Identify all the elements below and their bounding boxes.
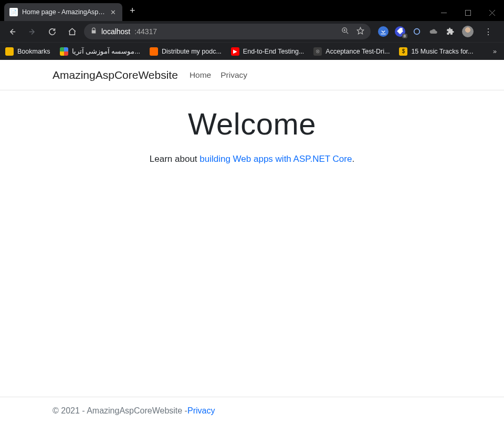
url-port: :44317 xyxy=(134,27,157,36)
bookmark-icon: ⊗ xyxy=(313,47,322,56)
bookmark-label: 15 Music Tracks for... xyxy=(411,48,473,55)
bookmark-icon xyxy=(5,47,14,56)
bookmark-label: موسسه آموزشی آتریا... xyxy=(72,47,140,55)
bookmark-label: Distribute my podc... xyxy=(162,48,222,55)
bookmark-item[interactable]: ⊗Acceptance Test-Dri... xyxy=(313,47,390,56)
browser-menu-button[interactable]: ⋮ xyxy=(480,27,497,37)
extension-icons: 8 ⋮ xyxy=(375,26,500,37)
hero-lead-text: Learn about xyxy=(150,154,200,164)
reload-button[interactable] xyxy=(44,24,60,39)
bookmark-icon xyxy=(150,47,158,56)
url-host: localhost xyxy=(101,27,130,36)
bookmark-label: End-to-End Testing... xyxy=(243,48,304,55)
svg-point-11 xyxy=(414,29,420,35)
bookmark-item[interactable]: Distribute my podc... xyxy=(150,47,222,56)
svg-line-7 xyxy=(346,32,348,34)
browser-tab[interactable]: 📄 Home page - AmazingAspCoreW ✕ xyxy=(4,3,122,21)
hero-trail-text: . xyxy=(352,154,354,164)
profile-avatar[interactable] xyxy=(462,26,474,37)
browser-toolbar: localhost:44317 8 ⋮ xyxy=(0,21,504,42)
window-close-button[interactable] xyxy=(480,4,504,21)
tab-close-icon[interactable]: ✕ xyxy=(109,8,117,16)
window-controls xyxy=(432,4,504,21)
address-bar[interactable]: localhost:44317 xyxy=(84,24,371,39)
extension-cloud-icon[interactable] xyxy=(428,26,439,37)
forward-button[interactable] xyxy=(24,24,40,39)
site-navbar: AmazingAspCoreWebsite Home Privacy xyxy=(0,60,504,90)
page-viewport: AmazingAspCoreWebsite Home Privacy Welco… xyxy=(0,60,504,424)
bookmark-item[interactable]: موسسه آموزشی آتریا... xyxy=(60,47,140,56)
site-brand-link[interactable]: AmazingAspCoreWebsite xyxy=(52,69,178,81)
bookmark-label: Acceptance Test-Dri... xyxy=(326,48,390,55)
bookmark-icon: $ xyxy=(399,47,407,56)
window-maximize-button[interactable] xyxy=(456,4,480,21)
footer-text: © 2021 - AmazingAspCoreWebsite - xyxy=(52,406,187,416)
extension-ring-icon[interactable] xyxy=(412,26,422,37)
bookmark-icon: ▶ xyxy=(231,47,239,56)
bookmark-label: Bookmarks xyxy=(17,48,50,55)
extension-download-icon[interactable] xyxy=(378,26,388,37)
bookmark-item[interactable]: $15 Music Tracks for... xyxy=(399,47,473,56)
nav-privacy-link[interactable]: Privacy xyxy=(220,70,247,80)
footer-privacy-link[interactable]: Privacy xyxy=(187,406,215,416)
back-button[interactable] xyxy=(4,24,20,39)
home-button[interactable] xyxy=(64,24,80,39)
hero-link[interactable]: building Web apps with ASP.NET Core xyxy=(200,154,352,164)
tab-title: Home page - AmazingAspCoreW xyxy=(22,8,105,16)
browser-titlebar: 📄 Home page - AmazingAspCoreW ✕ + xyxy=(0,0,504,21)
bookmarks-bar: Bookmarksموسسه آموزشی آتریا...Distribute… xyxy=(0,42,504,60)
star-icon[interactable] xyxy=(356,27,364,36)
hero-heading: Welcome xyxy=(0,106,504,141)
extensions-button[interactable] xyxy=(445,26,456,37)
zoom-icon[interactable] xyxy=(341,27,349,36)
bookmarks-overflow-button[interactable]: » xyxy=(491,48,499,55)
hero-paragraph: Learn about building Web apps with ASP.N… xyxy=(0,154,504,164)
bookmark-item[interactable]: Bookmarks xyxy=(5,47,50,56)
bookmark-icon xyxy=(60,47,68,56)
bookmark-item[interactable]: ▶End-to-End Testing... xyxy=(231,47,304,56)
nav-home-link[interactable]: Home xyxy=(190,70,211,80)
svg-marker-10 xyxy=(357,27,364,34)
extension-badge: 8 xyxy=(402,34,407,38)
new-tab-button[interactable]: + xyxy=(122,5,143,16)
tab-favicon: 📄 xyxy=(9,8,18,16)
extension-tag-icon[interactable]: 8 xyxy=(395,26,405,37)
lock-icon xyxy=(90,27,97,36)
page-body: Welcome Learn about building Web apps wi… xyxy=(0,90,504,397)
svg-rect-1 xyxy=(465,10,470,15)
window-minimize-button[interactable] xyxy=(432,4,456,21)
site-footer: © 2021 - AmazingAspCoreWebsite - Privacy xyxy=(0,397,504,424)
